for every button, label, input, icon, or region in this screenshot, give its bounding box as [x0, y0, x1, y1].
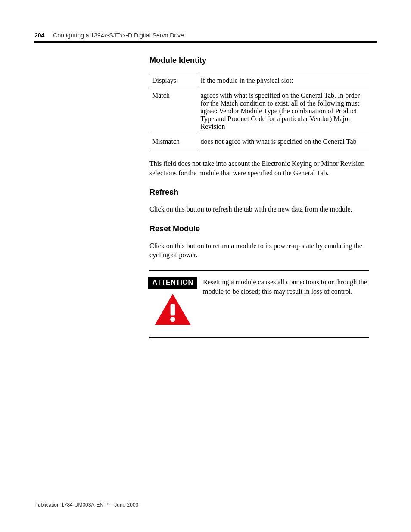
attention-block: ATTENTION Resetting a module causes all …	[149, 270, 369, 338]
table-cell: Displays:	[149, 73, 198, 88]
table-row: Match agrees with what is specified on t…	[149, 88, 369, 134]
page-header: 204 Configuring a 1394x-SJTxx-D Digital …	[34, 32, 377, 43]
table-cell: agrees with what is specified on the Gen…	[198, 88, 369, 134]
module-identity-note: This field does not take into account th…	[149, 159, 369, 177]
attention-label: ATTENTION	[148, 277, 198, 289]
table-row: Mismatch does not agree with what is spe…	[149, 134, 369, 149]
refresh-heading: Refresh	[149, 188, 369, 197]
reset-module-body: Click on this button to return a module …	[149, 241, 369, 260]
attention-left: ATTENTION	[149, 277, 196, 329]
table-row: Displays: If the module in the physical …	[149, 73, 369, 88]
table-cell: Mismatch	[149, 134, 198, 149]
module-identity-heading: Module Identity	[149, 56, 369, 65]
table-cell: Match	[149, 88, 198, 134]
page-content: Module Identity Displays: If the module …	[149, 56, 369, 338]
refresh-body: Click on this button to refresh the tab …	[149, 205, 369, 214]
table-cell: does not agree with what is specified on…	[198, 134, 369, 149]
attention-text: Resetting a module causes all connection…	[203, 277, 369, 296]
warning-triangle-icon	[153, 292, 192, 329]
table-cell: If the module in the physical slot:	[198, 73, 369, 88]
publication-footer: Publication 1784-UM003A-EN-P – June 2003	[34, 502, 138, 508]
reset-module-heading: Reset Module	[149, 224, 369, 233]
svg-point-1	[170, 317, 175, 322]
svg-rect-0	[171, 304, 175, 315]
header-title: Configuring a 1394x-SJTxx-D Digital Serv…	[53, 32, 184, 39]
page-number: 204	[34, 32, 44, 39]
module-identity-table: Displays: If the module in the physical …	[149, 73, 369, 149]
